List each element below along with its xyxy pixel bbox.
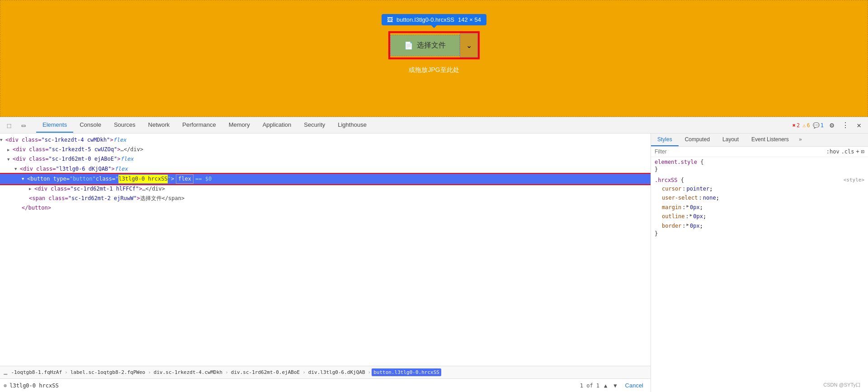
device-toolbar-button[interactable]: ▭ xyxy=(18,120,29,131)
preview-area: 🖼 button.l3tlg0-0.hrcxSS 142 × 54 📄 选择文件… xyxy=(0,0,868,117)
breadcrumb: … -1oqtgb8-1.fqHzAf › label.sc-1oqtgb8-2… xyxy=(0,366,651,378)
tab-performance[interactable]: Performance xyxy=(176,118,222,133)
select-button-container: 📄 选择文件 ⌄ xyxy=(389,32,479,58)
tab-application[interactable]: Application xyxy=(256,118,298,133)
styles-tab-styles[interactable]: Styles xyxy=(651,134,679,146)
expand-arrow[interactable]: ▼ xyxy=(7,156,13,163)
style-rule: border : ▶ 0px ; xyxy=(655,221,864,230)
devtools-panel: ⬚ ▭ Elements Console Sources Network Per… xyxy=(0,117,868,392)
tab-console[interactable]: Console xyxy=(73,118,108,133)
settings-button[interactable]: ⚙ xyxy=(826,120,837,131)
breadcrumb-item[interactable]: -1oqtgb8-1.fqHzAf xyxy=(9,368,64,376)
x-icon: ⊗ xyxy=(4,382,7,389)
expand-arrow[interactable]: ▼ xyxy=(0,137,5,143)
dropdown-arrow-button[interactable]: ⌄ xyxy=(460,33,478,57)
error-icon: ✖ xyxy=(793,122,796,129)
styles-tab-event-listeners[interactable]: Event Listeners xyxy=(745,134,795,146)
more-options-button[interactable]: ⋮ xyxy=(840,120,851,131)
tab-memory[interactable]: Memory xyxy=(222,118,256,133)
style-source[interactable]: <style> xyxy=(844,177,864,183)
tooltip-icon: 🖼 xyxy=(387,16,393,23)
style-rule: outline : ▶ 0px ; xyxy=(655,212,864,221)
warning-badge: ⚠ 6 xyxy=(802,122,810,129)
devtools-tabs: Elements Console Sources Network Perform… xyxy=(36,118,793,133)
search-input[interactable] xyxy=(9,382,577,389)
expand-arrow[interactable]: ▶ xyxy=(7,147,13,153)
devtools-toolbar: ⬚ ▭ Elements Console Sources Network Per… xyxy=(0,117,868,134)
toolbar-right: ✖ 2 ⚠ 6 💬 1 ⚙ ⋮ ✕ xyxy=(793,120,864,131)
watermark: CSDN @SYTy口 xyxy=(823,382,861,388)
new-style-button[interactable]: ⊡ xyxy=(861,148,864,155)
styles-tabs: Styles Computed Layout Event Listeners » xyxy=(651,134,868,147)
styles-filter-bar: :hov .cls + ⊡ xyxy=(651,147,868,157)
expand-arrow[interactable]: ▼ xyxy=(22,176,27,182)
elements-content: ▼ <div class= "sc-1rkezdt-4 cwMDkh" > fl… xyxy=(0,134,651,366)
error-badge: ✖ 2 xyxy=(793,122,800,129)
tab-lighthouse[interactable]: Lighthouse xyxy=(331,118,373,133)
styles-content: element.style { } .hrcxSS { <style> curs… xyxy=(651,157,868,392)
elements-panel: ▼ <div class= "sc-1rkezdt-4 cwMDkh" > fl… xyxy=(0,134,651,392)
info-icon: 💬 xyxy=(813,122,820,129)
dom-line[interactable]: ▼ <div class= "sc-1rkezdt-4 cwMDkh" > fl… xyxy=(0,135,651,145)
devtools-body: ▼ <div class= "sc-1rkezdt-4 cwMDkh" > fl… xyxy=(0,134,868,392)
dom-line[interactable]: <span class= "sc-1rd62mt-2 ejRuwW" > 选择文… xyxy=(0,194,651,203)
style-selector: element.style { xyxy=(655,159,864,165)
tab-security[interactable]: Security xyxy=(297,118,331,133)
dom-line[interactable]: ▼ <div class= "sc-1rd62mt-0 ejABoE" > fl… xyxy=(0,154,651,164)
search-clear-button[interactable]: ⊗ xyxy=(4,382,7,389)
drag-hint: 或拖放JPG至此处 xyxy=(409,66,459,74)
more-icon: … xyxy=(4,369,7,376)
dom-line[interactable]: ▶ <div class= "sc-1rd62mt-1 hlFFCf" > …<… xyxy=(0,184,651,194)
tab-sources[interactable]: Sources xyxy=(108,118,142,133)
breadcrumb-item[interactable]: div.sc-1rkezdt-4.cwMDkh xyxy=(152,368,224,376)
element-tooltip: 🖼 button.l3tlg0-0.hrcxSS 142 × 54 xyxy=(382,14,486,25)
styles-tab-computed[interactable]: Computed xyxy=(679,134,716,146)
style-rule: margin : ▶ 0px ; xyxy=(655,203,864,212)
toolbar-icons: ⬚ ▭ xyxy=(4,120,29,131)
dom-line[interactable]: ▼ <div class= "l3tlg0-6 dKjQAB" > flex xyxy=(0,164,651,174)
breadcrumb-item-active[interactable]: button.l3tlg0-0.hrcxSS xyxy=(372,368,441,376)
breadcrumb-item[interactable]: div.l3tlg0-6.dKjQAB xyxy=(307,368,367,376)
info-badge: 💬 1 xyxy=(813,122,824,129)
styles-tab-layout[interactable]: Layout xyxy=(716,134,745,146)
chevron-down-icon: ⌄ xyxy=(466,41,472,50)
search-cancel-button[interactable]: Cancel xyxy=(622,381,647,390)
style-block-element: element.style { } xyxy=(655,159,864,172)
search-next-button[interactable]: ▼ xyxy=(612,382,618,390)
tooltip-label: button.l3tlg0-0.hrcxSS xyxy=(396,16,454,23)
styles-tab-more[interactable]: » xyxy=(795,134,806,146)
style-block-hrcxss: .hrcxSS { <style> cursor : pointer ; use… xyxy=(655,177,864,237)
search-prev-button[interactable]: ▲ xyxy=(602,382,609,390)
dom-line[interactable]: ▶ <div class= "sc-1rkezdt-5 cwUZOq" > …<… xyxy=(0,145,651,154)
styles-filter-input[interactable] xyxy=(655,148,823,155)
search-bar: ⊗ 1 of 1 ▲ ▼ Cancel xyxy=(0,378,651,392)
breadcrumb-item[interactable]: label.sc-1oqtgb8-2.fqPWeo xyxy=(69,368,147,376)
cursor-tool-button[interactable]: ⬚ xyxy=(4,120,14,131)
style-selector-hrcxss: .hrcxSS { <style> xyxy=(655,177,864,183)
hov-button[interactable]: :hov xyxy=(826,148,840,155)
device-icon: ▭ xyxy=(22,122,25,129)
styles-filter-right: :hov .cls + ⊡ xyxy=(826,148,864,155)
tab-elements[interactable]: Elements xyxy=(36,118,73,133)
file-icon: 📄 xyxy=(404,41,413,50)
close-devtools-button[interactable]: ✕ xyxy=(854,120,864,131)
tooltip-size: 142 × 54 xyxy=(458,16,481,23)
select-file-label: 选择文件 xyxy=(417,41,446,50)
warning-icon: ⚠ xyxy=(802,122,806,129)
selected-dom-line[interactable]: ▼ <button type= "button" class= " l3tlg0… xyxy=(0,174,651,184)
search-count: 1 of 1 xyxy=(580,382,599,389)
expand-arrow[interactable]: ▶ xyxy=(29,186,34,192)
cursor-icon: ⬚ xyxy=(7,122,11,129)
styles-panel: Styles Computed Layout Event Listeners »… xyxy=(651,134,868,392)
select-file-button[interactable]: 📄 选择文件 xyxy=(390,35,460,56)
tooltip-arrow xyxy=(431,25,437,28)
dom-line[interactable]: </button> xyxy=(0,203,651,213)
breadcrumb-item[interactable]: div.sc-1rd62mt-0.ejABoE xyxy=(229,368,302,376)
cls-button[interactable]: .cls xyxy=(841,148,854,155)
tab-network[interactable]: Network xyxy=(142,118,176,133)
style-rule: user-select : none ; xyxy=(655,193,864,202)
expand-arrow[interactable]: ▼ xyxy=(14,166,20,172)
style-rule: cursor : pointer ; xyxy=(655,184,864,193)
add-style-button[interactable]: + xyxy=(856,148,859,155)
